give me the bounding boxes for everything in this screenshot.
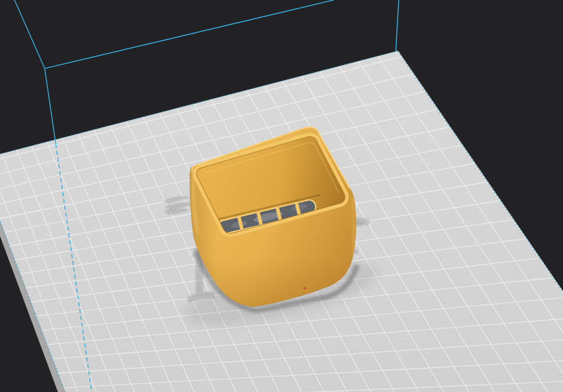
seam-marker-dot [304,287,305,289]
3d-viewport[interactable] [0,0,563,392]
